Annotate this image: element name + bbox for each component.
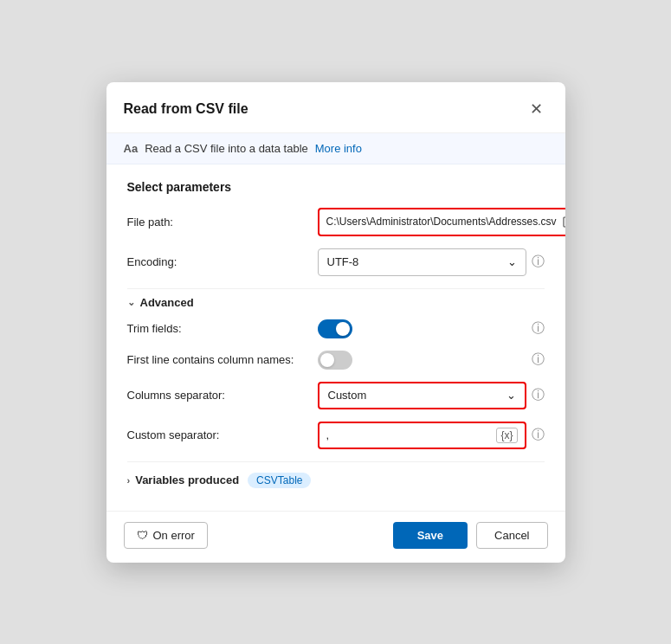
info-text: Read a CSV file into a data table (145, 142, 308, 155)
cancel-button[interactable]: Cancel (476, 522, 547, 549)
aa-icon: Aa (124, 142, 139, 155)
dialog-footer: 🛡 On error Save Cancel (106, 511, 565, 563)
custom-separator-label: Custom separator: (127, 428, 309, 441)
trim-fields-info-icon[interactable]: ⓘ (532, 320, 545, 337)
dialog-title: Read from CSV file (124, 101, 248, 117)
trim-fields-control: ⓘ (318, 319, 545, 338)
info-bar: Aa Read a CSV file into a data table Mor… (106, 133, 565, 164)
file-path-row: File path: C:\Users\Administrator\Docume… (127, 208, 545, 236)
first-line-toggle[interactable] (318, 351, 352, 370)
divider2 (127, 461, 545, 462)
divider (127, 288, 545, 289)
dialog-header: Read from CSV file ✕ (106, 82, 565, 133)
first-line-row: First line contains column names: ⓘ (127, 351, 545, 370)
advanced-label: Advanced (140, 296, 194, 309)
first-line-toggle-wrap (318, 351, 352, 370)
first-line-slider (318, 351, 352, 370)
trim-fields-toggle[interactable] (318, 319, 352, 338)
dialog-body: Select parameters File path: C:\Users\Ad… (106, 164, 565, 511)
save-button[interactable]: Save (393, 522, 468, 549)
close-button[interactable]: ✕ (525, 98, 548, 120)
columns-separator-info-icon[interactable]: ⓘ (532, 387, 545, 403)
shield-icon: 🛡 (137, 529, 148, 542)
columns-separator-label: Columns separator: (127, 389, 309, 402)
encoding-chevron-icon: ⌄ (507, 255, 517, 268)
custom-separator-input[interactable]: , {x} (318, 422, 526, 449)
on-error-button[interactable]: 🛡 On error (124, 522, 208, 549)
trim-fields-row: Trim fields: ⓘ (127, 319, 545, 338)
footer-right: Save Cancel (393, 522, 548, 549)
read-csv-dialog: Read from CSV file ✕ Aa Read a CSV file … (106, 82, 565, 563)
variables-badge: CSVTable (248, 473, 311, 488)
encoding-value: UTF-8 (327, 255, 359, 268)
file-path-control: C:\Users\Administrator\Documents\Address… (318, 208, 565, 236)
more-info-link[interactable]: More info (315, 142, 362, 155)
variables-section: › Variables produced CSVTable (127, 469, 545, 492)
custom-separator-info-icon[interactable]: ⓘ (532, 427, 545, 443)
encoding-select[interactable]: UTF-8 ⌄ (318, 248, 526, 276)
file-path-input[interactable]: C:\Users\Administrator\Documents\Address… (318, 208, 565, 236)
file-path-label: File path: (127, 216, 309, 229)
custom-separator-row: Custom separator: , {x} ⓘ (127, 422, 545, 449)
encoding-control: UTF-8 ⌄ ⓘ (318, 248, 545, 276)
encoding-info-icon[interactable]: ⓘ (532, 254, 545, 270)
trim-fields-label: Trim fields: (127, 322, 309, 335)
variables-chevron-icon: › (127, 475, 131, 486)
columns-separator-select[interactable]: Custom ⌄ (318, 382, 526, 409)
columns-separator-chevron-icon: ⌄ (506, 389, 516, 402)
first-line-label: First line contains column names: (127, 353, 309, 366)
columns-separator-row: Columns separator: Custom ⌄ ⓘ (127, 382, 545, 409)
encoding-row: Encoding: UTF-8 ⌄ ⓘ (127, 248, 545, 276)
first-line-info-icon[interactable]: ⓘ (532, 351, 545, 368)
trim-fields-toggle-wrap (318, 319, 352, 338)
on-error-label: On error (153, 529, 195, 542)
curly-braces-custom[interactable]: {x} (496, 428, 517, 443)
columns-separator-value: Custom (328, 389, 367, 402)
variables-header[interactable]: › Variables produced (127, 473, 240, 486)
file-path-value: C:\Users\Administrator\Documents\Address… (326, 216, 557, 228)
advanced-chevron-icon: ⌄ (127, 297, 135, 308)
variables-label: Variables produced (135, 473, 239, 486)
trim-fields-slider (318, 319, 352, 338)
encoding-label: Encoding: (127, 255, 309, 268)
first-line-control: ⓘ (318, 351, 545, 370)
advanced-section: ⌄ Advanced Trim fields: ⓘ (127, 296, 545, 449)
advanced-header[interactable]: ⌄ Advanced (127, 296, 545, 309)
columns-separator-control: Custom ⌄ ⓘ (318, 382, 545, 409)
custom-separator-value: , (326, 428, 494, 441)
file-browse-button[interactable] (560, 214, 565, 230)
svg-rect-0 (564, 217, 565, 227)
section-title: Select parameters (127, 180, 545, 194)
custom-separator-control: , {x} ⓘ (318, 422, 545, 449)
